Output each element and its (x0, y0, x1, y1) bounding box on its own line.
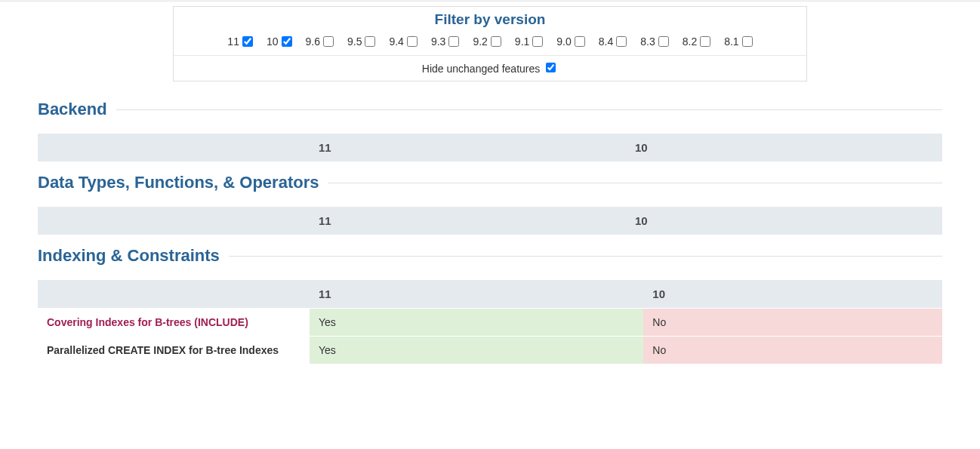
version-checkbox[interactable] (407, 36, 418, 47)
feature-name[interactable]: Covering Indexes for B-trees (INCLUDE) (38, 309, 310, 336)
version-option-9-6[interactable]: 9.6 (306, 35, 334, 48)
section-title-text: Backend (38, 100, 107, 119)
feature-table: 1110Covering Indexes for B-trees (INCLUD… (38, 279, 942, 364)
version-label: 8.3 (640, 35, 655, 48)
version-checkbox[interactable] (658, 36, 669, 47)
version-label: 9.0 (556, 35, 571, 48)
version-option-8-4[interactable]: 8.4 (599, 35, 627, 48)
version-option-8-1[interactable]: 8.1 (724, 35, 752, 48)
table-row: Covering Indexes for B-trees (INCLUDE)Ye… (38, 309, 942, 336)
section-title-divider (116, 109, 942, 110)
hide-unchanged-checkbox[interactable] (546, 63, 556, 72)
version-option-11[interactable]: 11 (227, 35, 253, 48)
version-filter-row: 11109.69.59.49.39.29.19.08.48.38.28.1 (174, 29, 806, 56)
feature-cell: No (643, 337, 942, 364)
column-header: 11 (310, 280, 643, 308)
section-title-divider (229, 256, 942, 257)
column-header-name (38, 134, 310, 161)
version-checkbox[interactable] (282, 36, 292, 47)
table-row: Parallelized CREATE INDEX for B-tree Ind… (38, 337, 942, 364)
feature-name: Parallelized CREATE INDEX for B-tree Ind… (38, 337, 310, 364)
version-label: 8.4 (599, 35, 613, 48)
feature-cell: Yes (310, 309, 643, 336)
column-header-name (38, 280, 310, 308)
version-checkbox[interactable] (532, 36, 543, 47)
feature-table: 1110 (38, 206, 942, 235)
hide-unchanged-row: Hide unchanged features (174, 56, 806, 81)
column-header: 10 (626, 207, 942, 235)
version-label: 9.5 (347, 35, 362, 48)
version-option-10[interactable]: 10 (267, 35, 292, 48)
version-label: 8.1 (724, 35, 738, 48)
section-title: Data Types, Functions, & Operators (38, 173, 942, 192)
version-checkbox[interactable] (575, 36, 585, 47)
version-checkbox[interactable] (491, 36, 501, 47)
version-option-9-0[interactable]: 9.0 (556, 35, 584, 48)
version-checkbox[interactable] (742, 36, 753, 47)
column-header: 10 (626, 134, 942, 161)
version-checkbox[interactable] (323, 36, 334, 47)
version-label: 10 (267, 35, 279, 48)
version-label: 9.2 (473, 35, 487, 48)
version-label: 11 (227, 35, 239, 48)
column-header: 11 (310, 134, 626, 161)
feature-table: 1110 (38, 133, 942, 162)
column-header: 10 (643, 280, 942, 308)
version-label: 9.6 (306, 35, 320, 48)
feature-cell: Yes (310, 337, 643, 364)
feature-cell: No (643, 309, 942, 336)
version-option-9-4[interactable]: 9.4 (389, 35, 417, 48)
column-header-name (38, 207, 310, 235)
section-title: Backend (38, 100, 942, 119)
version-checkbox[interactable] (242, 36, 253, 47)
section-title-text: Data Types, Functions, & Operators (38, 173, 319, 192)
version-checkbox[interactable] (448, 36, 459, 47)
version-option-9-2[interactable]: 9.2 (473, 35, 501, 48)
version-label: 9.4 (389, 35, 403, 48)
version-option-9-3[interactable]: 9.3 (431, 35, 459, 48)
version-label: 8.2 (683, 35, 697, 48)
hide-unchanged-text: Hide unchanged features (422, 63, 540, 75)
version-option-8-3[interactable]: 8.3 (640, 35, 668, 48)
version-label: 9.1 (515, 35, 529, 48)
filter-panel: Filter by version 11109.69.59.49.39.29.1… (173, 6, 807, 81)
section-title-text: Indexing & Constraints (38, 246, 220, 266)
version-option-9-1[interactable]: 9.1 (515, 35, 543, 48)
version-checkbox[interactable] (616, 36, 627, 47)
version-checkbox[interactable] (700, 36, 710, 47)
column-header: 11 (310, 207, 626, 235)
version-checkbox[interactable] (365, 36, 375, 47)
section-title-divider (328, 183, 942, 183)
filter-title: Filter by version (174, 7, 806, 29)
version-option-8-2[interactable]: 8.2 (683, 35, 710, 48)
version-label: 9.3 (431, 35, 445, 48)
hide-unchanged-label[interactable]: Hide unchanged features (422, 63, 558, 75)
section-title: Indexing & Constraints (38, 246, 942, 266)
version-option-9-5[interactable]: 9.5 (347, 35, 375, 48)
